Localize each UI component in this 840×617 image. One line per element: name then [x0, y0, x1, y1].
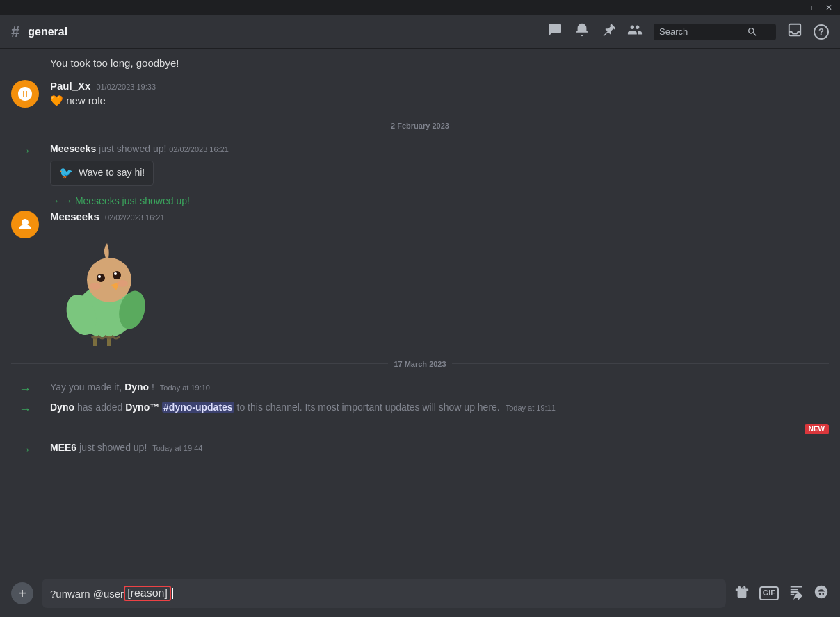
dyno-added-ts: Today at 19:11: [506, 404, 556, 412]
dyno-bot-name: Dyno™: [125, 402, 159, 413]
gift-icon[interactable]: [734, 584, 750, 603]
mee6-joined: → MEE6 just showed up! Today at 19:44: [11, 440, 829, 459]
channel-hash-icon: #: [11, 23, 19, 41]
new-badge: NEW: [805, 424, 829, 434]
system-arrow-icon: →: [11, 381, 39, 397]
meeseeks-avatar: [11, 211, 39, 238]
help-label: ?: [818, 26, 824, 37]
channel-name: general: [28, 26, 67, 38]
system-timestamp: 02/02/2023 16:21: [169, 145, 229, 154]
divider-line: [11, 126, 385, 126]
system-text: Dyno has added Dyno™ #dyno-updates to th…: [50, 401, 556, 415]
avatar: [11, 80, 39, 108]
channel-header: # general: [0, 15, 840, 49]
system-username: Meeseeks: [50, 143, 96, 154]
divider-line: [11, 363, 388, 364]
title-bar: ─ □ ✕: [0, 0, 840, 15]
meeseeks-timestamp: 02/02/2023 16:21: [105, 213, 165, 222]
header-icons: ?: [547, 22, 829, 42]
search-icon: [747, 26, 758, 38]
date-label: 17 March 2023: [394, 360, 446, 368]
svg-point-9: [113, 271, 121, 279]
divider-line: [452, 363, 829, 364]
date-divider: 2 February 2023: [11, 122, 829, 130]
members-icon[interactable]: [627, 22, 643, 41]
svg-point-12: [90, 283, 101, 290]
joined-arrow: →: [50, 195, 60, 206]
dyno-added-wrapper: → Dyno has added Dyno™ #dyno-updates to …: [11, 400, 829, 434]
mee6-action: just showed up!: [79, 442, 147, 453]
gif-button[interactable]: GIF: [759, 586, 779, 600]
system-text: MEE6 just showed up! Today at 19:44: [50, 441, 202, 455]
inbox-icon[interactable]: [787, 22, 802, 41]
dyno-welcome-text: Yay you made it,: [50, 381, 124, 393]
emoji-icon[interactable]: [814, 584, 829, 603]
help-icon[interactable]: ?: [814, 24, 829, 40]
dyno-username: Dyno: [50, 402, 74, 413]
close-button[interactable]: ✕: [823, 3, 834, 13]
search-input[interactable]: [659, 26, 743, 37]
system-text: Meeseeks just showed up! 02/02/2023 16:2…: [50, 142, 229, 186]
add-attachment-button[interactable]: +: [11, 582, 33, 604]
wave-button[interactable]: 🐦 Wave to say hi!: [50, 161, 154, 186]
meeseeks-content: Meeseeks 02/02/2023 16:21: [50, 211, 829, 346]
system-message: → Meeseeks just showed up! 02/02/2023 16…: [11, 141, 829, 187]
sticker-icon[interactable]: [789, 584, 804, 603]
meeseeks-username: Meeseeks: [50, 211, 99, 222]
message-content: Paul_Xx 01/02/2023 19:33 🧡 new role: [50, 80, 829, 108]
plus-icon: +: [18, 586, 26, 602]
joined-line: → → Meeseeks just showed up!: [50, 195, 829, 206]
svg-point-13: [117, 280, 128, 287]
messages-area: You took too long, goodbye! Paul_Xx 01/0…: [0, 49, 840, 570]
unread-line: [11, 429, 799, 429]
message-text: 🧡 new role: [50, 93, 829, 108]
dyno-welcome: → Yay you made it, Dyno ! Today at 19:10: [11, 379, 829, 398]
timestamp: 01/02/2023 19:33: [96, 83, 156, 91]
dyno-action1: has added: [77, 402, 125, 413]
mee6-username: MEE6: [50, 442, 76, 453]
system-arrow-icon: →: [11, 441, 39, 457]
unread-divider: NEW: [11, 424, 829, 434]
dyno-added: → Dyno has added Dyno™ #dyno-updates to …: [11, 400, 829, 418]
joined-text: → Meeseeks just showed up!: [63, 195, 190, 206]
minimize-button[interactable]: ─: [784, 3, 795, 13]
system-action: just showed up!: [99, 143, 169, 154]
message-group: Meeseeks 02/02/2023 16:21: [11, 208, 829, 349]
svg-point-10: [114, 272, 117, 275]
divider-line: [455, 126, 829, 126]
date-divider-mar: 17 March 2023: [11, 360, 829, 368]
input-icons: GIF: [734, 584, 829, 603]
system-arrow-icon: →: [11, 142, 39, 158]
input-reason: [reason]: [124, 586, 171, 601]
system-text: Yay you made it, Dyno ! Today at 19:10: [50, 381, 210, 395]
svg-point-4: [87, 258, 131, 302]
bird-svg: [50, 228, 161, 346]
maximize-button[interactable]: □: [804, 3, 815, 13]
search-bar[interactable]: [654, 24, 776, 40]
notifications-icon[interactable]: [574, 22, 590, 41]
dyno-welcome-ts: Today at 19:10: [160, 384, 210, 392]
meeseeks-message-group: → → Meeseeks just showed up! Meeseeks 02…: [11, 195, 829, 349]
main-content: You took too long, goodbye! Paul_Xx 01/0…: [0, 49, 840, 617]
date-label: 2 February 2023: [391, 122, 449, 130]
pinned-icon[interactable]: [601, 22, 616, 41]
dyno-channel[interactable]: #dyno-updates: [162, 402, 234, 413]
mee6-ts: Today at 19:44: [152, 444, 202, 452]
message-group: Paul_Xx 01/02/2023 19:33 🧡 new role: [11, 77, 829, 110]
dyno-action2: to this channel. Its most important upda…: [237, 402, 500, 413]
input-prefix: ?unwarn @user: [50, 588, 124, 600]
truncated-message: You took too long, goodbye!: [11, 49, 829, 72]
input-area: + ?unwarn @user [reason] GIF: [0, 570, 840, 617]
message-input-box[interactable]: ?unwarn @user [reason]: [42, 579, 726, 608]
svg-point-7: [97, 274, 105, 282]
dyno-welcome-suffix: !: [152, 381, 154, 393]
threads-icon[interactable]: [547, 22, 563, 42]
svg-point-8: [98, 275, 101, 278]
system-arrow-icon: →: [11, 401, 39, 417]
dyno-welcome-name: Dyno: [124, 381, 149, 393]
message-header: Paul_Xx 01/02/2023 19:33: [50, 80, 829, 92]
username: Paul_Xx: [50, 80, 90, 92]
wave-label: Wave to say hi!: [79, 166, 145, 180]
gif-label: GIF: [763, 589, 775, 597]
meeseeks-header: Meeseeks 02/02/2023 16:21: [50, 211, 829, 222]
